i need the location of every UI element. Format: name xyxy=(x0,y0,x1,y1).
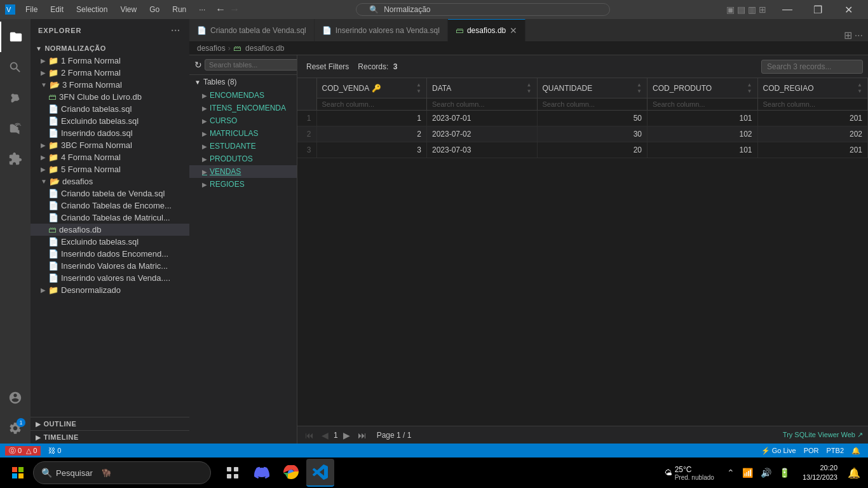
sidebar-item-criando-tabelas-encome[interactable]: 📄 Criando Tabelas de Encome... xyxy=(31,200,189,212)
close-button[interactable]: ✕ xyxy=(834,0,863,19)
vscode-button[interactable] xyxy=(306,459,334,487)
tab-criando-venda[interactable]: 📄 Criando tabela de Venda.sql xyxy=(189,19,315,41)
col-search-cod-regiao[interactable] xyxy=(758,98,868,110)
sidebar-item-desnormalizado[interactable]: ▶ 📁 Desnormalizado xyxy=(31,284,189,296)
tray-clock[interactable]: 20:20 13/12/2023 xyxy=(797,463,843,483)
sidebar-item-desafios[interactable]: ▼ 📂 desafios xyxy=(31,175,189,187)
sqlite-viewer-link[interactable]: Try SQLite Viewer Web ↗ xyxy=(783,431,863,439)
sidebar-item-inserindo-valores-matric[interactable]: 📄 Inserindo Valores da Matric... xyxy=(31,260,189,272)
search-records-input[interactable] xyxy=(761,60,863,74)
minimize-button[interactable]: — xyxy=(773,0,802,19)
sidebar-item-3fn-clube[interactable]: 🗃 3FN Clube do Livro.db xyxy=(31,91,189,103)
page-next-button[interactable]: ▶ xyxy=(341,429,353,442)
table-item-itens-encomenda[interactable]: ▶ ITENS_ENCOMENDA xyxy=(189,102,297,114)
menu-go[interactable]: Go xyxy=(144,4,165,15)
status-go-live[interactable]: ⚡ Go Live xyxy=(759,447,799,455)
breadcrumb-part-1[interactable]: desafios xyxy=(197,44,226,53)
run-debug-icon[interactable] xyxy=(0,113,31,144)
sidebar-item-5-forma-normal[interactable]: ▶ 📁 5 Forma Normal xyxy=(31,163,189,175)
table-item-vendas[interactable]: ▶ VENDAS xyxy=(189,165,297,178)
status-error-icon[interactable]: ⓪ 0 △ 0 xyxy=(5,446,41,456)
sidebar-item-inserindo-valores-venda[interactable]: 📄 Inserindo valores na Venda.... xyxy=(31,272,189,284)
tables-section-header[interactable]: ▼ Tables (8) xyxy=(189,75,297,89)
search-sidebar-icon[interactable] xyxy=(0,52,31,83)
tab-desafios-db[interactable]: 🗃 desafios.db ✕ xyxy=(448,19,526,41)
col-search-data[interactable] xyxy=(427,98,537,110)
sort-desc-icon[interactable]: ▼ xyxy=(637,88,642,94)
sort-desc-icon[interactable]: ▼ xyxy=(416,88,421,94)
menu-selection[interactable]: Selection xyxy=(71,4,112,15)
task-view-button[interactable] xyxy=(219,459,247,487)
sort-desc-icon[interactable]: ▼ xyxy=(747,88,752,94)
outline-header[interactable]: ▶ OUTLINE xyxy=(31,417,189,430)
sort-desc-icon[interactable]: ▼ xyxy=(857,88,862,94)
table-item-matriculas[interactable]: ▶ MATRICULAS xyxy=(189,127,297,140)
reset-filters-button[interactable]: Reset Filters xyxy=(302,61,353,72)
sidebar-item-3-forma-normal[interactable]: ▼ 📂 3 Forma Normal xyxy=(31,79,189,91)
chrome-button[interactable] xyxy=(277,459,305,487)
sort-asc-icon[interactable]: ▲ xyxy=(747,82,752,88)
sidebar-more-button[interactable]: ··· xyxy=(170,24,182,37)
sidebar-item-4-forma-normal[interactable]: ▶ 📁 4 Forma Normal xyxy=(31,151,189,163)
page-first-button[interactable]: ⏮ xyxy=(302,429,316,442)
tabs-more-icon[interactable]: ··· xyxy=(855,30,863,41)
discord-button[interactable] xyxy=(248,459,276,487)
layout-icon-4[interactable]: ⊞ xyxy=(759,4,766,15)
battery-icon[interactable]: 🔋 xyxy=(776,465,792,480)
sidebar-item-criando-tabela-venda[interactable]: 📄 Criando tabela de Venda.sql xyxy=(31,187,189,200)
menu-more[interactable]: ··· xyxy=(194,4,210,15)
layout-icon-3[interactable]: ▥ xyxy=(748,4,756,15)
settings-icon[interactable]: 1 xyxy=(0,413,31,444)
sidebar-item-criando-tabelas[interactable]: 📄 Criando tabelas.sql xyxy=(31,103,189,115)
maximize-button[interactable]: ❐ xyxy=(803,0,832,19)
tray-notification-icon[interactable]: 🔔 xyxy=(845,464,863,482)
forward-button[interactable]: → xyxy=(229,4,240,15)
tray-chevron-icon[interactable]: ⌃ xyxy=(724,465,737,480)
sort-asc-icon[interactable]: ▲ xyxy=(527,82,532,88)
sidebar-item-criando-tabelas-matric[interactable]: 📄 Criando Tabelas de Matricul... xyxy=(31,212,189,224)
menu-file[interactable]: File xyxy=(20,4,43,15)
refresh-button[interactable]: ↻ xyxy=(194,60,202,70)
page-prev-button[interactable]: ◀ xyxy=(319,429,331,442)
sidebar-item-excluindo-tabelas[interactable]: 📄 Excluindo tabelas.sql xyxy=(31,115,189,127)
section-normalizacao[interactable]: ▼ NORMALIZAÇÃO xyxy=(31,42,189,55)
search-tables-input[interactable] xyxy=(205,59,297,71)
sidebar-item-2-forma-normal[interactable]: ▶ 📁 2 Forma Normal xyxy=(31,67,189,79)
taskbar-search-box[interactable]: 🔍 Pesquisar 🦬 xyxy=(33,461,211,484)
volume-icon[interactable]: 🔊 xyxy=(758,465,774,480)
table-item-encomendas[interactable]: ▶ ENCOMENDAS xyxy=(189,89,297,102)
col-search-cod-produto[interactable] xyxy=(648,98,757,110)
status-remote[interactable]: ⛓ 0 xyxy=(46,447,64,454)
status-encoding[interactable]: PTB2 xyxy=(824,447,846,454)
table-item-produtos[interactable]: ▶ PRODUTOS xyxy=(189,152,297,165)
layout-icon-2[interactable]: ▤ xyxy=(737,4,745,15)
tab-close-button[interactable]: ✕ xyxy=(510,25,517,36)
table-item-regioes[interactable]: ▶ REGIOES xyxy=(189,178,297,191)
tabs-layout-icon[interactable]: ⊞ xyxy=(844,29,852,41)
menu-view[interactable]: View xyxy=(115,4,142,15)
sort-asc-icon[interactable]: ▲ xyxy=(637,82,642,88)
sidebar-item-inserindo-dados[interactable]: 📄 Inserindo dados.sql xyxy=(31,127,189,139)
layout-icon-1[interactable]: ▣ xyxy=(726,4,735,15)
back-button[interactable]: ← xyxy=(215,4,226,15)
sidebar-item-3bc-forma-normal[interactable]: ▶ 📁 3BC Forma Normal xyxy=(31,139,189,151)
sidebar-item-excluindo-tabelas-desafios[interactable]: 📄 Excluindo tabelas.sql xyxy=(31,236,189,248)
titlebar-search[interactable]: 🔍 Normalização xyxy=(356,3,610,16)
timeline-header[interactable]: ▶ TIMELINE xyxy=(31,431,189,444)
start-button[interactable] xyxy=(5,460,31,485)
sidebar-item-desafios-db[interactable]: 🗃 desafios.db xyxy=(31,224,189,236)
sort-asc-icon[interactable]: ▲ xyxy=(416,82,421,88)
col-search-cod-venda[interactable] xyxy=(317,98,427,110)
menu-run[interactable]: Run xyxy=(167,4,191,15)
table-item-curso[interactable]: ▶ CURSO xyxy=(189,114,297,127)
sidebar-item-1-forma-normal[interactable]: ▶ 📁 1 Forma Normal xyxy=(31,55,189,67)
explorer-icon[interactable] xyxy=(0,22,31,52)
network-icon[interactable]: 📶 xyxy=(740,465,756,480)
status-notification[interactable]: 🔔 xyxy=(849,447,863,455)
menu-edit[interactable]: Edit xyxy=(45,4,69,15)
weather-widget[interactable]: 🌤 25°C Pred. nublado xyxy=(660,465,719,481)
page-last-button[interactable]: ⏭ xyxy=(355,429,369,442)
source-control-icon[interactable] xyxy=(0,83,31,113)
sort-asc-icon[interactable]: ▲ xyxy=(857,82,862,88)
tab-inserindo-venda[interactable]: 📄 Inserindo valores na Venda.sql xyxy=(315,19,448,41)
